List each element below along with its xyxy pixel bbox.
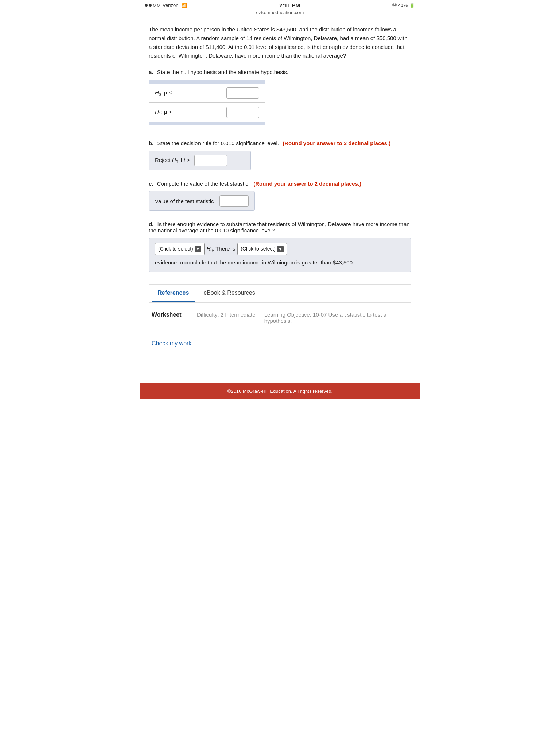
decision-box: Reject H0 if t > xyxy=(149,151,251,170)
battery-label: 40% xyxy=(398,3,408,8)
status-left: Verizon 📶 xyxy=(145,3,187,8)
statistic-label: Value of the test statistic xyxy=(155,198,214,204)
location-icon: Ⓜ xyxy=(392,2,397,8)
h0-input[interactable] xyxy=(226,87,259,99)
tab-references[interactable]: References xyxy=(152,285,195,302)
dropdown-2[interactable]: (Click to select) ▼ xyxy=(237,243,287,255)
main-content: The mean income per person in the United… xyxy=(140,18,420,361)
part-d-letter: d. xyxy=(149,221,153,227)
h0-label: H0: μ ≤ xyxy=(155,89,222,97)
part-c-text: Compute the value of the test statistic. xyxy=(157,181,250,187)
question-b-label: b. State the decision rule for 0.010 sig… xyxy=(149,140,411,146)
part-d-answer: (Click to select) ▼ H0. There is (Click … xyxy=(149,238,411,272)
status-right: Ⓜ 40% 🔋 xyxy=(392,2,415,8)
dropdown-2-text: (Click to select) xyxy=(241,244,276,253)
status-bar: Verizon 📶 2:11 PM Ⓜ 40% 🔋 xyxy=(140,0,420,9)
url-text: ezto.mheducation.com xyxy=(256,10,304,15)
part-a-text: State the null hypothesis and the altern… xyxy=(157,69,288,75)
dropdown-1-text: (Click to select) xyxy=(158,244,193,253)
part-b-text: State the decision rule for 0.010 signif… xyxy=(158,140,279,146)
question-d: d. Is there enough evidence to substanti… xyxy=(149,221,411,272)
h1-input[interactable] xyxy=(226,107,259,118)
hypothesis-header xyxy=(149,80,265,84)
check-my-work-link[interactable]: Check my work xyxy=(152,340,408,347)
part-d-text: Is there enough evidence to substantiate… xyxy=(149,221,410,233)
tab-ebook[interactable]: eBook & Resources xyxy=(198,285,261,302)
question-d-label: d. Is there enough evidence to substanti… xyxy=(149,221,411,233)
statistic-box: Value of the test statistic xyxy=(149,191,255,211)
ref-difficulty: Difficulty: 2 Intermediate xyxy=(197,311,256,318)
status-time: 2:11 PM xyxy=(279,2,300,8)
question-b: b. State the decision rule for 0.010 sig… xyxy=(149,140,411,170)
ref-learning: Learning Objective: 10-07 Use a t statis… xyxy=(264,311,408,324)
reject-label: Reject H0 if t > xyxy=(155,157,190,164)
part-c-letter: c. xyxy=(149,181,153,187)
references-content: Worksheet Difficulty: 2 Intermediate Lea… xyxy=(149,303,411,333)
hypothesis-footer xyxy=(149,122,265,125)
dropdown-1[interactable]: (Click to select) ▼ xyxy=(155,243,205,255)
signal-dot-1 xyxy=(145,4,148,7)
footer: ©2016 McGraw-Hill Education. All rights … xyxy=(140,383,420,399)
hypothesis-row-h1: H1: μ > xyxy=(149,103,265,122)
status-center: 2:11 PM xyxy=(187,2,392,8)
statistic-input[interactable] xyxy=(219,195,249,207)
question-c: c. Compute the value of the test statist… xyxy=(149,181,411,211)
footer-text: ©2016 McGraw-Hill Education. All rights … xyxy=(228,388,332,394)
references-section: References eBook & Resources Worksheet D… xyxy=(149,284,411,347)
middle-text-h0: H0. There is xyxy=(207,244,236,254)
end-text: evidence to conclude that the mean incom… xyxy=(155,258,354,267)
signal-dot-2 xyxy=(149,4,152,7)
hypothesis-table: H0: μ ≤ H1: μ > xyxy=(149,80,265,125)
signal-dot-4 xyxy=(157,4,160,7)
h1-label: H1: μ > xyxy=(155,109,222,116)
references-tabs: References eBook & Resources xyxy=(149,285,411,303)
url-bar: ezto.mheducation.com xyxy=(140,9,420,18)
question-a: a. State the null hypothesis and the alt… xyxy=(149,69,411,130)
intro-text: The mean income per person in the United… xyxy=(149,25,411,60)
wifi-icon: 📶 xyxy=(181,3,187,8)
ref-row: Worksheet Difficulty: 2 Intermediate Lea… xyxy=(152,309,408,327)
part-b-letter: b. xyxy=(149,140,153,146)
question-a-label: a. State the null hypothesis and the alt… xyxy=(149,69,411,75)
carrier-label: Verizon xyxy=(163,3,178,8)
part-b-note: (Round your answer to 3 decimal places.) xyxy=(283,140,390,146)
dropdown-2-arrow: ▼ xyxy=(277,246,284,252)
part-a-letter: a. xyxy=(149,69,153,75)
battery-icon: 🔋 xyxy=(409,3,415,8)
part-c-note: (Round your answer to 2 decimal places.) xyxy=(253,181,361,187)
signal-dot-3 xyxy=(153,4,156,7)
dropdown-1-arrow: ▼ xyxy=(195,246,201,252)
ref-worksheet-label: Worksheet xyxy=(152,311,188,318)
hypothesis-row-h0: H0: μ ≤ xyxy=(149,84,265,103)
question-c-label: c. Compute the value of the test statist… xyxy=(149,181,411,187)
decision-input[interactable] xyxy=(194,155,227,166)
